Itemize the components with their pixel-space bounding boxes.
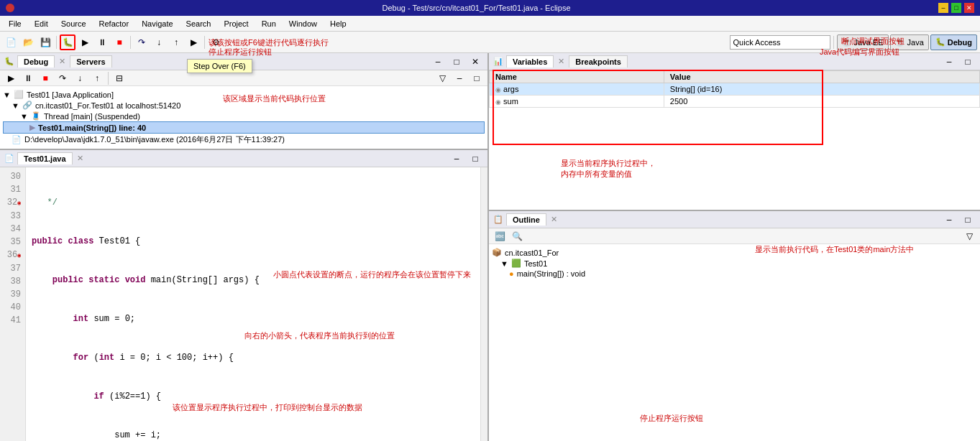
menu-window[interactable]: Window <box>283 18 323 29</box>
dt-stepover[interactable]: ↷ <box>55 70 70 86</box>
outline-package[interactable]: 📦 cn.itcast01_For <box>492 247 977 258</box>
debug-close[interactable]: ✕ <box>467 54 483 70</box>
window-title: Debug - Test/src/cn/itcast01_For/Test01.… <box>14 4 938 12</box>
debug-item-class[interactable]: ▼ 🔗 cn.itcast01_For.Test01 at localhost:… <box>3 100 485 111</box>
editor-scrollbar[interactable] <box>480 167 487 441</box>
dt-terminate[interactable]: ■ <box>37 70 53 86</box>
outline-minimize[interactable]: – <box>941 212 957 228</box>
debug-icon: 🐛 <box>935 37 945 47</box>
dt-collapse[interactable]: ⊟ <box>111 70 127 86</box>
perspective-debug[interactable]: 🐛 Debug <box>930 34 977 50</box>
dt-stepout[interactable]: ↑ <box>89 70 105 86</box>
code-line-33: int sum = 0; <box>32 312 475 325</box>
dt-view-min[interactable]: – <box>452 70 467 86</box>
var-row-sum[interactable]: ◉ sum 2500 <box>490 96 980 108</box>
maximize-button[interactable]: □ <box>951 3 961 13</box>
vars-minimize[interactable]: – <box>941 54 957 70</box>
tb-run[interactable]: ▶ <box>77 34 93 50</box>
tb-terminate[interactable]: ■ <box>111 34 127 50</box>
variables-header: 📊 Variables ✕ Breakpoints – □ <box>489 53 980 70</box>
outline-icon: 📋 <box>493 215 503 224</box>
expand-icon: ▼ <box>3 90 11 99</box>
dt-resume[interactable]: ▶ <box>3 70 19 86</box>
method-icon: ● <box>509 269 514 278</box>
menu-source[interactable]: Source <box>55 18 92 29</box>
tb-new[interactable]: 📄 <box>3 34 19 50</box>
dt-stepinto[interactable]: ↓ <box>72 70 88 86</box>
outline-content: 📦 cn.itcast01_For ▼ 🟩 Test01 ● main(Stri… <box>489 244 980 441</box>
debug-minimize[interactable]: – <box>430 54 446 70</box>
col-value: Value <box>664 71 979 83</box>
perspective-java[interactable]: ☕ Java <box>890 34 929 50</box>
menu-run[interactable]: Run <box>256 18 282 29</box>
variables-view: 📊 Variables ✕ Breakpoints – □ Name Value <box>489 53 980 211</box>
right-panel: 📊 Variables ✕ Breakpoints – □ Name Value <box>489 53 980 441</box>
variables-icon: 📊 <box>493 57 503 66</box>
app-icon: ⬜ <box>14 90 24 99</box>
menu-navigate[interactable]: Navigate <box>136 18 178 29</box>
debug-maximize[interactable]: □ <box>449 54 464 70</box>
java-ee-icon: ☕ <box>842 37 852 47</box>
code-line-35: if (i%2==1) { <box>32 390 475 403</box>
debug-item-jvm[interactable]: 📄 D:\develop\Java\jdk1.7.0_51\bin\javaw.… <box>3 134 485 146</box>
menu-refactor[interactable]: Refactor <box>93 18 135 29</box>
code-text[interactable]: */ public class Test01 { public static v… <box>26 167 480 441</box>
debug-item-thread[interactable]: ▼ 🧵 Thread [main] (Suspended) <box>3 111 485 121</box>
tab-editor[interactable]: Test01.java <box>17 152 73 164</box>
tb-stepover[interactable]: ↷ <box>134 34 150 50</box>
line-numbers: 30 31 32◉ 33 34 35 36◉ 37 38 39 40 41 <box>0 167 26 441</box>
tb-open[interactable]: 📂 <box>20 34 36 50</box>
tb-resume[interactable]: ▶ <box>186 34 201 50</box>
perspective-java-ee[interactable]: ☕ Java EE <box>837 34 889 50</box>
menu-file[interactable]: File <box>3 18 27 29</box>
ot-menu[interactable]: ▽ <box>961 228 977 244</box>
tb-suspend[interactable]: ⏸ <box>94 34 110 50</box>
outline-class[interactable]: ▼ 🟩 Test01 <box>492 258 977 269</box>
tab-outline[interactable]: Outline <box>506 213 546 226</box>
outline-method[interactable]: ● main(String[]) : void <box>492 269 977 279</box>
tb-sep2 <box>130 36 131 49</box>
expand-icon3: ▼ <box>20 112 28 121</box>
frame-icon: ▶ <box>29 123 35 132</box>
tb-debug[interactable]: 🐛 <box>60 34 75 50</box>
tb-save[interactable]: 💾 <box>37 34 53 50</box>
dt-view-max[interactable]: □ <box>469 70 485 86</box>
var-name-args: ◉ args <box>490 83 664 96</box>
dt-suspend[interactable]: ⏸ <box>20 70 36 86</box>
left-panel: 🐛 Debug ✕ Servers – □ ✕ ▶ ⏸ ■ ↷ ↓ ↑ ⊟ ▽ <box>0 53 489 441</box>
code-line-36: sum += i; <box>32 429 475 441</box>
menu-edit[interactable]: Edit <box>29 18 54 29</box>
class-icon: 🔗 <box>22 101 32 110</box>
var-row-args[interactable]: ◉ args String[] (id=16) <box>490 83 980 96</box>
editor-maximize[interactable]: □ <box>467 151 483 167</box>
var-name-sum: ◉ sum <box>490 96 664 108</box>
debug-item-app[interactable]: ▼ ⬜ Test01 [Java Application] <box>3 89 485 100</box>
vars-maximize[interactable]: □ <box>960 54 976 70</box>
tab-breakpoints[interactable]: Breakpoints <box>569 55 628 68</box>
dt-view-menu[interactable]: ▽ <box>434 70 450 86</box>
ot-filter[interactable]: 🔍 <box>509 228 525 244</box>
menu-project[interactable]: Project <box>218 18 254 29</box>
pkg-icon: 📦 <box>492 248 502 257</box>
editor-minimize[interactable]: – <box>449 151 464 167</box>
jvm-icon: 📄 <box>12 135 22 144</box>
debug-item-frame[interactable]: ▶ Test01.main(String[]) line: 40 <box>3 121 485 134</box>
outline-maximize[interactable]: □ <box>960 212 976 228</box>
tab-variables[interactable]: Variables <box>506 55 554 68</box>
outline-view: 📋 Outline ✕ – □ 🔤 🔍 ▽ 📦 cn.itcast01_For <box>489 211 980 441</box>
quick-access-input[interactable]: Quick Access <box>730 35 830 50</box>
minimize-button[interactable]: – <box>938 3 948 13</box>
close-button[interactable]: ✕ <box>964 3 974 13</box>
ot-sort[interactable]: 🔤 <box>492 228 508 244</box>
main-layout: 🐛 Debug ✕ Servers – □ ✕ ▶ ⏸ ■ ↷ ↓ ↑ ⊟ ▽ <box>0 53 980 441</box>
tb-stepout[interactable]: ↑ <box>168 34 184 50</box>
tb-settings[interactable]: ⚙ <box>208 34 224 50</box>
variables-table: Name Value ◉ args String[] (id=16) <box>489 70 980 108</box>
outline-expand: ▼ <box>500 259 508 268</box>
tab-servers[interactable]: Servers <box>70 55 111 68</box>
menu-search[interactable]: Search <box>180 18 217 29</box>
tab-debug[interactable]: Debug <box>17 55 55 68</box>
menu-help[interactable]: Help <box>324 18 352 29</box>
debug-icon2: 🐛 <box>4 57 14 66</box>
tb-stepinto[interactable]: ↓ <box>151 34 167 50</box>
